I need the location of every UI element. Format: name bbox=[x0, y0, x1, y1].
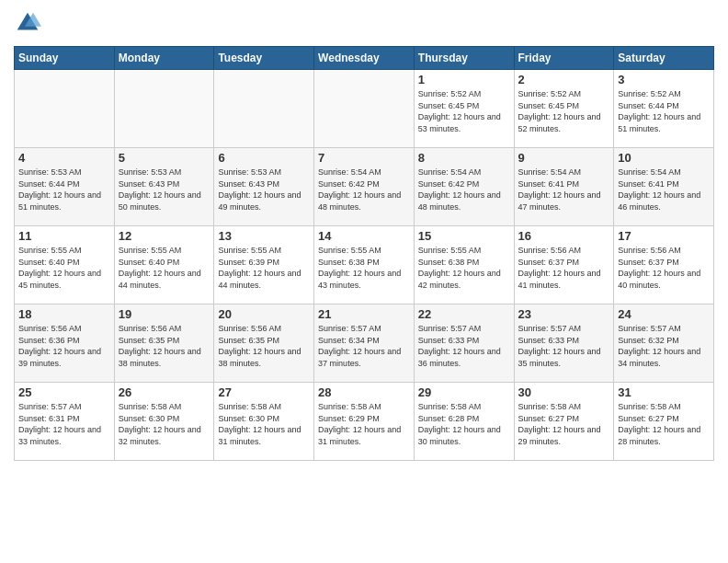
day-info: Sunrise: 5:55 AMSunset: 6:40 PMDaylight:… bbox=[18, 245, 110, 291]
day-info: Sunrise: 5:58 AMSunset: 6:28 PMDaylight:… bbox=[418, 401, 510, 447]
day-info: Sunrise: 5:54 AMSunset: 6:42 PMDaylight:… bbox=[318, 167, 410, 213]
logo-icon bbox=[14, 9, 41, 37]
calendar-cell: 12Sunrise: 5:55 AMSunset: 6:40 PMDayligh… bbox=[114, 226, 214, 304]
day-info: Sunrise: 5:57 AMSunset: 6:33 PMDaylight:… bbox=[418, 323, 510, 369]
day-number: 21 bbox=[318, 307, 410, 321]
day-number: 1 bbox=[418, 73, 510, 86]
day-number: 25 bbox=[18, 385, 110, 399]
day-number: 14 bbox=[318, 229, 410, 243]
weekday-header-thursday: Thursday bbox=[414, 47, 514, 70]
day-number: 10 bbox=[618, 151, 710, 165]
day-number: 16 bbox=[518, 229, 610, 243]
day-info: Sunrise: 5:53 AMSunset: 6:43 PMDaylight:… bbox=[218, 167, 310, 213]
weekday-header-wednesday: Wednesday bbox=[314, 47, 415, 70]
calendar-cell: 15Sunrise: 5:55 AMSunset: 6:38 PMDayligh… bbox=[414, 226, 514, 304]
calendar-cell: 2Sunrise: 5:52 AMSunset: 6:45 PMDaylight… bbox=[514, 70, 614, 148]
calendar-cell: 17Sunrise: 5:56 AMSunset: 6:37 PMDayligh… bbox=[614, 226, 714, 304]
day-info: Sunrise: 5:58 AMSunset: 6:30 PMDaylight:… bbox=[119, 401, 210, 447]
calendar-table: SundayMondayTuesdayWednesdayThursdayFrid… bbox=[14, 46, 714, 461]
day-info: Sunrise: 5:56 AMSunset: 6:35 PMDaylight:… bbox=[119, 323, 210, 369]
calendar-cell bbox=[314, 70, 415, 148]
day-info: Sunrise: 5:52 AMSunset: 6:45 PMDaylight:… bbox=[518, 88, 610, 134]
day-info: Sunrise: 5:56 AMSunset: 6:36 PMDaylight:… bbox=[18, 323, 110, 369]
calendar-cell: 24Sunrise: 5:57 AMSunset: 6:32 PMDayligh… bbox=[614, 304, 714, 383]
calendar-cell: 1Sunrise: 5:52 AMSunset: 6:45 PMDaylight… bbox=[414, 70, 514, 148]
calendar-cell: 3Sunrise: 5:52 AMSunset: 6:44 PMDaylight… bbox=[614, 70, 714, 148]
day-info: Sunrise: 5:58 AMSunset: 6:27 PMDaylight:… bbox=[518, 401, 610, 447]
weekday-header-friday: Friday bbox=[514, 47, 614, 70]
calendar-cell: 20Sunrise: 5:56 AMSunset: 6:35 PMDayligh… bbox=[214, 304, 314, 383]
day-info: Sunrise: 5:56 AMSunset: 6:35 PMDaylight:… bbox=[218, 323, 310, 369]
day-number: 30 bbox=[518, 385, 610, 399]
calendar-cell bbox=[114, 70, 214, 148]
day-number: 31 bbox=[618, 385, 710, 399]
day-number: 8 bbox=[418, 151, 510, 165]
day-number: 13 bbox=[218, 229, 310, 243]
calendar-week-1: 1Sunrise: 5:52 AMSunset: 6:45 PMDaylight… bbox=[15, 70, 714, 148]
calendar-cell: 10Sunrise: 5:54 AMSunset: 6:41 PMDayligh… bbox=[614, 148, 714, 226]
day-number: 17 bbox=[618, 229, 710, 243]
day-info: Sunrise: 5:53 AMSunset: 6:44 PMDaylight:… bbox=[18, 167, 110, 213]
day-info: Sunrise: 5:54 AMSunset: 6:41 PMDaylight:… bbox=[518, 167, 610, 213]
day-info: Sunrise: 5:58 AMSunset: 6:27 PMDaylight:… bbox=[618, 401, 710, 447]
day-info: Sunrise: 5:57 AMSunset: 6:31 PMDaylight:… bbox=[18, 401, 110, 447]
day-number: 15 bbox=[418, 229, 510, 243]
calendar-cell: 16Sunrise: 5:56 AMSunset: 6:37 PMDayligh… bbox=[514, 226, 614, 304]
day-number: 29 bbox=[418, 385, 510, 399]
calendar-cell: 18Sunrise: 5:56 AMSunset: 6:36 PMDayligh… bbox=[15, 304, 115, 383]
day-number: 5 bbox=[119, 151, 210, 165]
day-number: 24 bbox=[618, 307, 710, 321]
calendar-cell: 6Sunrise: 5:53 AMSunset: 6:43 PMDaylight… bbox=[214, 148, 314, 226]
day-info: Sunrise: 5:57 AMSunset: 6:33 PMDaylight:… bbox=[518, 323, 610, 369]
calendar-week-3: 11Sunrise: 5:55 AMSunset: 6:40 PMDayligh… bbox=[15, 226, 714, 304]
calendar-cell: 25Sunrise: 5:57 AMSunset: 6:31 PMDayligh… bbox=[15, 383, 115, 461]
calendar-week-2: 4Sunrise: 5:53 AMSunset: 6:44 PMDaylight… bbox=[15, 148, 714, 226]
calendar-cell: 23Sunrise: 5:57 AMSunset: 6:33 PMDayligh… bbox=[514, 304, 614, 383]
page-header bbox=[14, 9, 714, 37]
day-info: Sunrise: 5:54 AMSunset: 6:41 PMDaylight:… bbox=[618, 167, 710, 213]
day-number: 28 bbox=[318, 385, 410, 399]
header-row: SundayMondayTuesdayWednesdayThursdayFrid… bbox=[15, 47, 714, 70]
calendar-cell: 26Sunrise: 5:58 AMSunset: 6:30 PMDayligh… bbox=[114, 383, 214, 461]
calendar-cell: 9Sunrise: 5:54 AMSunset: 6:41 PMDaylight… bbox=[514, 148, 614, 226]
day-info: Sunrise: 5:54 AMSunset: 6:42 PMDaylight:… bbox=[418, 167, 510, 213]
day-number: 11 bbox=[18, 229, 110, 243]
day-info: Sunrise: 5:57 AMSunset: 6:32 PMDaylight:… bbox=[618, 323, 710, 369]
day-info: Sunrise: 5:55 AMSunset: 6:40 PMDaylight:… bbox=[119, 245, 210, 291]
day-info: Sunrise: 5:56 AMSunset: 6:37 PMDaylight:… bbox=[518, 245, 610, 291]
day-info: Sunrise: 5:52 AMSunset: 6:45 PMDaylight:… bbox=[418, 88, 510, 134]
day-number: 9 bbox=[518, 151, 610, 165]
day-number: 19 bbox=[119, 307, 210, 321]
calendar-cell: 5Sunrise: 5:53 AMSunset: 6:43 PMDaylight… bbox=[114, 148, 214, 226]
day-number: 12 bbox=[119, 229, 210, 243]
day-number: 27 bbox=[218, 385, 310, 399]
calendar-cell: 8Sunrise: 5:54 AMSunset: 6:42 PMDaylight… bbox=[414, 148, 514, 226]
calendar-cell: 14Sunrise: 5:55 AMSunset: 6:38 PMDayligh… bbox=[314, 226, 415, 304]
day-number: 6 bbox=[218, 151, 310, 165]
calendar-cell: 21Sunrise: 5:57 AMSunset: 6:34 PMDayligh… bbox=[314, 304, 415, 383]
calendar-cell: 27Sunrise: 5:58 AMSunset: 6:30 PMDayligh… bbox=[214, 383, 314, 461]
calendar-cell bbox=[15, 70, 115, 148]
day-info: Sunrise: 5:55 AMSunset: 6:39 PMDaylight:… bbox=[218, 245, 310, 291]
weekday-header-monday: Monday bbox=[114, 47, 214, 70]
day-number: 4 bbox=[18, 151, 110, 165]
day-number: 26 bbox=[119, 385, 210, 399]
day-number: 18 bbox=[18, 307, 110, 321]
calendar-cell: 19Sunrise: 5:56 AMSunset: 6:35 PMDayligh… bbox=[114, 304, 214, 383]
day-info: Sunrise: 5:57 AMSunset: 6:34 PMDaylight:… bbox=[318, 323, 410, 369]
calendar-week-5: 25Sunrise: 5:57 AMSunset: 6:31 PMDayligh… bbox=[15, 383, 714, 461]
day-info: Sunrise: 5:56 AMSunset: 6:37 PMDaylight:… bbox=[618, 245, 710, 291]
day-number: 7 bbox=[318, 151, 410, 165]
calendar-cell: 31Sunrise: 5:58 AMSunset: 6:27 PMDayligh… bbox=[614, 383, 714, 461]
calendar-cell: 13Sunrise: 5:55 AMSunset: 6:39 PMDayligh… bbox=[214, 226, 314, 304]
day-info: Sunrise: 5:58 AMSunset: 6:29 PMDaylight:… bbox=[318, 401, 410, 447]
day-number: 2 bbox=[518, 73, 610, 86]
day-info: Sunrise: 5:58 AMSunset: 6:30 PMDaylight:… bbox=[218, 401, 310, 447]
weekday-header-sunday: Sunday bbox=[15, 47, 115, 70]
day-number: 3 bbox=[618, 73, 710, 86]
day-info: Sunrise: 5:55 AMSunset: 6:38 PMDaylight:… bbox=[418, 245, 510, 291]
calendar-cell: 4Sunrise: 5:53 AMSunset: 6:44 PMDaylight… bbox=[15, 148, 115, 226]
calendar-cell: 7Sunrise: 5:54 AMSunset: 6:42 PMDaylight… bbox=[314, 148, 415, 226]
day-info: Sunrise: 5:55 AMSunset: 6:38 PMDaylight:… bbox=[318, 245, 410, 291]
calendar-cell: 11Sunrise: 5:55 AMSunset: 6:40 PMDayligh… bbox=[15, 226, 115, 304]
